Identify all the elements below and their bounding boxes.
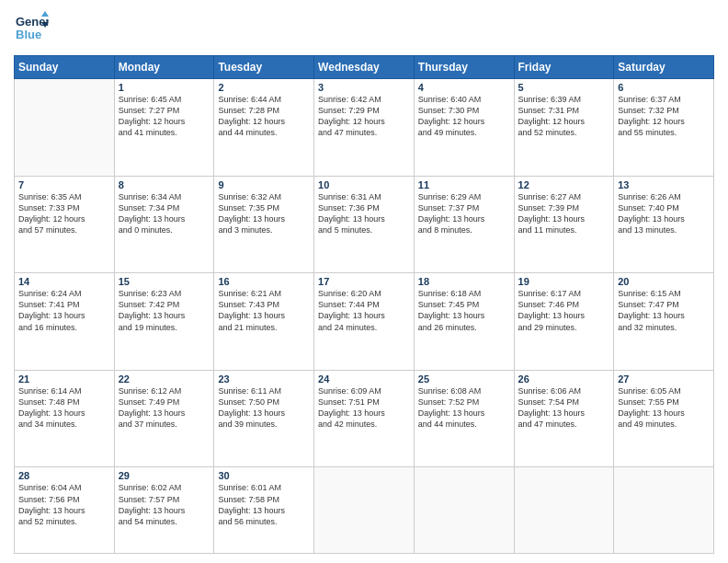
day-info: Sunrise: 6:44 AM Sunset: 7:28 PM Dayligh… — [218, 94, 310, 139]
day-info: Sunrise: 6:24 AM Sunset: 7:41 PM Dayligh… — [18, 288, 110, 333]
day-info: Sunrise: 6:02 AM Sunset: 7:57 PM Dayligh… — [119, 482, 210, 527]
calendar-cell: 3Sunrise: 6:42 AM Sunset: 7:29 PM Daylig… — [314, 79, 415, 177]
day-number: 7 — [18, 179, 110, 190]
calendar-cell: 28Sunrise: 6:04 AM Sunset: 7:56 PM Dayli… — [15, 467, 115, 554]
day-number: 30 — [218, 470, 310, 481]
calendar-cell: 10Sunrise: 6:31 AM Sunset: 7:36 PM Dayli… — [314, 176, 415, 273]
calendar-cell: 18Sunrise: 6:18 AM Sunset: 7:45 PM Dayli… — [414, 273, 514, 371]
svg-text:General: General — [16, 15, 49, 29]
calendar-cell — [414, 467, 514, 554]
calendar-cell: 20Sunrise: 6:15 AM Sunset: 7:47 PM Dayli… — [614, 273, 714, 371]
day-info: Sunrise: 6:14 AM Sunset: 7:48 PM Dayligh… — [18, 385, 110, 431]
day-info: Sunrise: 6:39 AM Sunset: 7:31 PM Dayligh… — [518, 94, 610, 139]
weekday-header: Saturday — [614, 56, 714, 79]
weekday-header: Wednesday — [314, 56, 415, 79]
day-info: Sunrise: 6:12 AM Sunset: 7:49 PM Dayligh… — [119, 385, 210, 431]
calendar-week-row: 28Sunrise: 6:04 AM Sunset: 7:56 PM Dayli… — [15, 467, 714, 554]
day-info: Sunrise: 6:09 AM Sunset: 7:51 PM Dayligh… — [318, 385, 410, 431]
calendar-cell: 5Sunrise: 6:39 AM Sunset: 7:31 PM Daylig… — [514, 79, 614, 177]
calendar-cell: 27Sunrise: 6:05 AM Sunset: 7:55 PM Dayli… — [614, 370, 714, 467]
calendar-week-row: 21Sunrise: 6:14 AM Sunset: 7:48 PM Dayli… — [15, 370, 714, 467]
day-number: 6 — [618, 82, 710, 93]
day-number: 26 — [518, 373, 610, 385]
day-info: Sunrise: 6:21 AM Sunset: 7:43 PM Dayligh… — [218, 288, 310, 333]
calendar-cell: 25Sunrise: 6:08 AM Sunset: 7:52 PM Dayli… — [414, 370, 514, 467]
logo: General Blue — [14, 9, 49, 48]
day-number: 20 — [618, 276, 710, 287]
day-info: Sunrise: 6:23 AM Sunset: 7:42 PM Dayligh… — [119, 288, 210, 333]
day-info: Sunrise: 6:17 AM Sunset: 7:46 PM Dayligh… — [518, 288, 610, 333]
weekday-header: Sunday — [15, 56, 115, 79]
calendar-cell: 14Sunrise: 6:24 AM Sunset: 7:41 PM Dayli… — [15, 273, 115, 371]
calendar-cell: 15Sunrise: 6:23 AM Sunset: 7:42 PM Dayli… — [114, 273, 214, 371]
day-number: 15 — [119, 276, 210, 287]
calendar-cell: 22Sunrise: 6:12 AM Sunset: 7:49 PM Dayli… — [114, 370, 214, 467]
day-info: Sunrise: 6:40 AM Sunset: 7:30 PM Dayligh… — [418, 94, 510, 139]
calendar-cell: 29Sunrise: 6:02 AM Sunset: 7:57 PM Dayli… — [114, 467, 214, 554]
day-number: 19 — [518, 276, 610, 287]
day-number: 22 — [119, 373, 210, 385]
calendar-cell — [314, 467, 415, 554]
svg-text:Blue: Blue — [16, 28, 41, 41]
day-number: 25 — [418, 373, 510, 385]
day-number: 12 — [518, 179, 610, 190]
calendar-cell: 9Sunrise: 6:32 AM Sunset: 7:35 PM Daylig… — [214, 176, 314, 273]
day-number: 2 — [218, 82, 310, 93]
calendar-cell: 4Sunrise: 6:40 AM Sunset: 7:30 PM Daylig… — [414, 79, 514, 177]
calendar-cell: 1Sunrise: 6:45 AM Sunset: 7:27 PM Daylig… — [114, 79, 214, 177]
day-number: 24 — [318, 373, 410, 385]
page: General Blue SundayMondayTuesdayWednesda… — [0, 0, 728, 563]
day-number: 1 — [119, 82, 210, 93]
day-info: Sunrise: 6:31 AM Sunset: 7:36 PM Dayligh… — [318, 191, 410, 236]
day-info: Sunrise: 6:01 AM Sunset: 7:58 PM Dayligh… — [218, 482, 310, 527]
day-number: 27 — [618, 373, 710, 385]
weekday-header: Monday — [114, 56, 214, 79]
day-number: 17 — [318, 276, 410, 287]
calendar-cell — [614, 467, 714, 554]
weekday-header: Tuesday — [214, 56, 314, 79]
day-info: Sunrise: 6:26 AM Sunset: 7:40 PM Dayligh… — [618, 191, 710, 236]
day-info: Sunrise: 6:08 AM Sunset: 7:52 PM Dayligh… — [418, 385, 510, 431]
day-number: 8 — [119, 179, 210, 190]
day-info: Sunrise: 6:15 AM Sunset: 7:47 PM Dayligh… — [618, 288, 710, 333]
header: General Blue — [14, 9, 714, 48]
calendar-cell: 21Sunrise: 6:14 AM Sunset: 7:48 PM Dayli… — [15, 370, 115, 467]
day-info: Sunrise: 6:42 AM Sunset: 7:29 PM Dayligh… — [318, 94, 410, 139]
calendar-cell: 26Sunrise: 6:06 AM Sunset: 7:54 PM Dayli… — [514, 370, 614, 467]
calendar-cell: 24Sunrise: 6:09 AM Sunset: 7:51 PM Dayli… — [314, 370, 415, 467]
day-number: 10 — [318, 179, 410, 190]
day-number: 14 — [18, 276, 110, 287]
calendar-cell: 16Sunrise: 6:21 AM Sunset: 7:43 PM Dayli… — [214, 273, 314, 371]
calendar-cell: 13Sunrise: 6:26 AM Sunset: 7:40 PM Dayli… — [614, 176, 714, 273]
day-info: Sunrise: 6:45 AM Sunset: 7:27 PM Dayligh… — [119, 94, 210, 139]
calendar-cell — [15, 79, 115, 177]
day-number: 3 — [318, 82, 410, 93]
weekday-header: Thursday — [414, 56, 514, 79]
day-number: 9 — [218, 179, 310, 190]
day-number: 11 — [418, 179, 510, 190]
calendar-cell: 19Sunrise: 6:17 AM Sunset: 7:46 PM Dayli… — [514, 273, 614, 371]
svg-marker-2 — [41, 11, 49, 17]
calendar-week-row: 14Sunrise: 6:24 AM Sunset: 7:41 PM Dayli… — [15, 273, 714, 371]
calendar-table: SundayMondayTuesdayWednesdayThursdayFrid… — [14, 55, 714, 554]
day-info: Sunrise: 6:37 AM Sunset: 7:32 PM Dayligh… — [618, 94, 710, 139]
calendar-cell: 12Sunrise: 6:27 AM Sunset: 7:39 PM Dayli… — [514, 176, 614, 273]
day-number: 5 — [518, 82, 610, 93]
calendar-cell: 30Sunrise: 6:01 AM Sunset: 7:58 PM Dayli… — [214, 467, 314, 554]
day-info: Sunrise: 6:35 AM Sunset: 7:33 PM Dayligh… — [18, 191, 110, 236]
day-info: Sunrise: 6:29 AM Sunset: 7:37 PM Dayligh… — [418, 191, 510, 236]
calendar-cell: 17Sunrise: 6:20 AM Sunset: 7:44 PM Dayli… — [314, 273, 415, 371]
day-number: 13 — [618, 179, 710, 190]
calendar-cell: 11Sunrise: 6:29 AM Sunset: 7:37 PM Dayli… — [414, 176, 514, 273]
day-number: 23 — [218, 373, 310, 385]
calendar-cell: 7Sunrise: 6:35 AM Sunset: 7:33 PM Daylig… — [15, 176, 115, 273]
logo-icon: General Blue — [14, 9, 49, 44]
day-info: Sunrise: 6:18 AM Sunset: 7:45 PM Dayligh… — [418, 288, 510, 333]
calendar-cell — [514, 467, 614, 554]
calendar-week-row: 7Sunrise: 6:35 AM Sunset: 7:33 PM Daylig… — [15, 176, 714, 273]
day-info: Sunrise: 6:11 AM Sunset: 7:50 PM Dayligh… — [218, 385, 310, 431]
day-number: 18 — [418, 276, 510, 287]
calendar-week-row: 1Sunrise: 6:45 AM Sunset: 7:27 PM Daylig… — [15, 79, 714, 177]
day-info: Sunrise: 6:05 AM Sunset: 7:55 PM Dayligh… — [618, 385, 710, 431]
day-info: Sunrise: 6:32 AM Sunset: 7:35 PM Dayligh… — [218, 191, 310, 236]
